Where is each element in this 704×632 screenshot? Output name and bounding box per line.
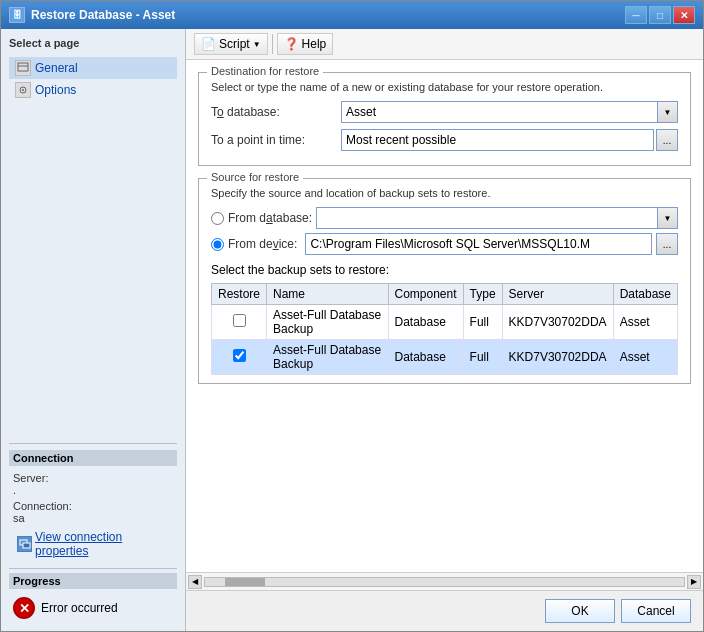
col-name: Name — [267, 284, 388, 305]
from-database-row: From database: ▼ — [211, 207, 678, 229]
footer: OK Cancel — [186, 590, 703, 631]
title-bar: 🗄 Restore Database - Asset ─ □ ✕ — [1, 1, 703, 29]
destination-description: Select or type the name of a new or exis… — [211, 81, 678, 93]
connection-info: Server: . Connection: sa View connection… — [9, 470, 177, 562]
to-point-label: To a point in time: — [211, 133, 341, 147]
name-cell-1: Asset-Full Database Backup — [267, 305, 388, 340]
table-row: Asset-Full Database Backup Database Full… — [212, 340, 678, 375]
server-cell-1: KKD7V30702DDA — [502, 305, 613, 340]
error-icon: ✕ — [13, 597, 35, 619]
backup-sets-label-text: Select the backup sets to restore: — [211, 263, 678, 277]
help-label: Help — [302, 37, 327, 51]
database-cell-1: Asset — [613, 305, 677, 340]
toolbar-separator — [272, 34, 273, 54]
to-point-input[interactable] — [342, 130, 653, 150]
source-description: Specify the source and location of backu… — [211, 187, 678, 199]
sidebar-item-general[interactable]: General — [9, 57, 177, 79]
options-icon — [15, 82, 31, 98]
scroll-track[interactable] — [204, 577, 685, 587]
restore-button[interactable]: □ — [649, 6, 671, 24]
help-button[interactable]: ❓ Help — [277, 33, 334, 55]
script-label: Script — [219, 37, 250, 51]
scroll-right-arrow[interactable]: ▶ — [687, 575, 701, 589]
from-database-label: From database: — [228, 211, 312, 225]
progress-section: Progress ✕ Error occurred — [9, 568, 177, 623]
col-restore: Restore — [212, 284, 267, 305]
sidebar: Select a page General Options Connection… — [1, 29, 186, 631]
ok-button[interactable]: OK — [545, 599, 615, 623]
from-database-input[interactable] — [317, 208, 657, 228]
scroll-left-arrow[interactable]: ◀ — [188, 575, 202, 589]
from-device-input[interactable] — [306, 234, 651, 254]
window-title: Restore Database - Asset — [31, 8, 619, 22]
to-database-row: To database: ▼ — [211, 101, 678, 123]
cancel-button[interactable]: Cancel — [621, 599, 691, 623]
options-label: Options — [35, 83, 76, 97]
source-group: Source for restore Specify the source an… — [198, 178, 691, 384]
col-server: Server — [502, 284, 613, 305]
from-device-ellipsis[interactable]: ... — [656, 233, 678, 255]
svg-point-3 — [22, 89, 24, 91]
table-row: Asset-Full Database Backup Database Full… — [212, 305, 678, 340]
connection-label: Connection: — [13, 500, 173, 512]
destination-label: Destination for restore — [207, 65, 323, 77]
backup-table: Restore Name Component Type Server Datab… — [211, 283, 678, 375]
panel-body: Destination for restore Select or type t… — [186, 60, 703, 572]
col-component: Component — [388, 284, 463, 305]
sidebar-item-options[interactable]: Options — [9, 79, 177, 101]
connection-value: sa — [13, 512, 173, 524]
from-device-input-container — [305, 233, 652, 255]
window-icon: 🗄 — [9, 7, 25, 23]
script-button[interactable]: 📄 Script ▼ — [194, 33, 268, 55]
to-point-input-container — [341, 129, 654, 151]
general-label: General — [35, 61, 78, 75]
col-type: Type — [463, 284, 502, 305]
server-value: . — [13, 484, 173, 496]
view-connection-link[interactable]: View connection properties — [13, 528, 173, 560]
close-button[interactable]: ✕ — [673, 6, 695, 24]
progress-content: ✕ Error occurred — [9, 593, 177, 623]
minimize-button[interactable]: ─ — [625, 6, 647, 24]
component-cell-2: Database — [388, 340, 463, 375]
to-point-ellipsis[interactable]: ... — [656, 129, 678, 151]
view-connection-text: View connection properties — [35, 530, 169, 558]
col-database: Database — [613, 284, 677, 305]
svg-rect-0 — [18, 63, 28, 71]
script-icon: 📄 — [201, 37, 216, 51]
main-window: 🗄 Restore Database - Asset ─ □ ✕ Select … — [0, 0, 704, 632]
from-database-dropdown[interactable]: ▼ — [316, 207, 678, 229]
restore-checkbox-1[interactable] — [233, 314, 246, 327]
scrollbar-area: ◀ ▶ — [186, 572, 703, 590]
database-cell-2: Asset — [613, 340, 677, 375]
svg-rect-5 — [23, 543, 30, 548]
window-controls: ─ □ ✕ — [625, 6, 695, 24]
progress-header: Progress — [9, 573, 177, 589]
connection-section: Connection Server: . Connection: sa Vi — [9, 443, 177, 562]
from-device-label: From device: — [228, 237, 297, 251]
to-database-dropdown[interactable]: ▼ — [341, 101, 678, 123]
restore-cell-1 — [212, 305, 267, 340]
content-area: Select a page General Options Connection… — [1, 29, 703, 631]
source-label: Source for restore — [207, 171, 303, 183]
to-database-input[interactable] — [342, 102, 657, 122]
from-device-radio[interactable] — [211, 238, 224, 251]
restore-checkbox-2[interactable] — [233, 349, 246, 362]
to-point-row: To a point in time: ... — [211, 129, 678, 151]
connection-header: Connection — [9, 450, 177, 466]
sidebar-title: Select a page — [9, 37, 177, 49]
to-database-label: To database: — [211, 105, 341, 119]
from-device-row: From device: ... — [211, 233, 678, 255]
restore-cell-2 — [212, 340, 267, 375]
to-database-arrow[interactable]: ▼ — [657, 102, 677, 122]
server-label: Server: — [13, 472, 173, 484]
help-icon: ❓ — [284, 37, 299, 51]
link-icon — [17, 536, 32, 552]
general-icon — [15, 60, 31, 76]
type-cell-2: Full — [463, 340, 502, 375]
destination-group: Destination for restore Select or type t… — [198, 72, 691, 166]
from-database-radio[interactable] — [211, 212, 224, 225]
toolbar: 📄 Script ▼ ❓ Help — [186, 29, 703, 60]
from-database-arrow[interactable]: ▼ — [657, 208, 677, 228]
scroll-thumb[interactable] — [225, 578, 265, 586]
right-panel: 📄 Script ▼ ❓ Help Destination for restor… — [186, 29, 703, 631]
